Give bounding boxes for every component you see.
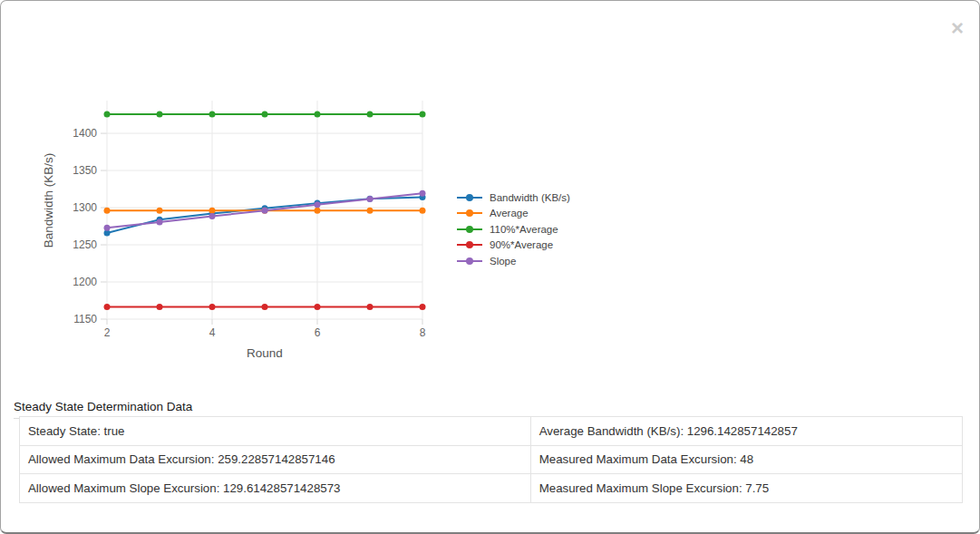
legend-item-110-average[interactable]: 110%*Average xyxy=(457,221,570,238)
table-row: Steady State: true Average Bandwidth (KB… xyxy=(20,417,963,446)
svg-text:1350: 1350 xyxy=(73,164,97,177)
steady-state-table: Steady State: true Average Bandwidth (KB… xyxy=(19,416,963,503)
svg-text:1200: 1200 xyxy=(73,276,97,288)
allowed-data-excursion-cell: Allowed Maximum Data Excursion: 259.2285… xyxy=(20,445,531,474)
svg-text:Bandwidth (KB/s): Bandwidth (KB/s) xyxy=(42,153,55,248)
measured-slope-excursion-cell: Measured Maximum Slope Excursion: 7.75 xyxy=(530,474,962,503)
svg-text:1300: 1300 xyxy=(73,201,97,214)
legend-line-marker xyxy=(457,244,482,246)
chart-legend: Bandwidth (KB/s) Average 110%*Average 90… xyxy=(457,189,570,269)
legend-label: 90%*Average xyxy=(490,239,553,250)
legend-item-90-average[interactable]: 90%*Average xyxy=(457,238,570,254)
svg-text:4: 4 xyxy=(209,326,216,339)
legend-line-marker xyxy=(457,228,482,230)
legend-item-slope[interactable]: Slope xyxy=(457,253,570,269)
legend-line-marker xyxy=(457,197,482,199)
svg-text:1250: 1250 xyxy=(73,238,97,251)
svg-text:2: 2 xyxy=(104,326,111,339)
legend-label: Average xyxy=(490,208,529,218)
legend-line-marker xyxy=(457,212,482,214)
table-row: Allowed Maximum Data Excursion: 259.2285… xyxy=(20,445,963,474)
svg-text:8: 8 xyxy=(420,326,426,339)
legend-label: 110%*Average xyxy=(490,224,558,235)
steady-state-cell: Steady State: true xyxy=(20,417,531,446)
bandwidth-chart: 1150120012501300135014002468RoundBandwid… xyxy=(1,87,636,391)
legend-line-marker xyxy=(457,260,482,262)
steady-state-dialog: × 1150120012501300135014002468RoundBandw… xyxy=(0,0,980,534)
svg-text:1400: 1400 xyxy=(73,127,97,140)
legend-item-bandwidth[interactable]: Bandwidth (KB/s) xyxy=(457,189,570,206)
allowed-slope-excursion-cell: Allowed Maximum Slope Excursion: 129.614… xyxy=(20,474,531,503)
measured-data-excursion-cell: Measured Maximum Data Excursion: 48 xyxy=(530,445,962,474)
legend-item-average[interactable]: Average xyxy=(457,206,570,222)
close-icon[interactable]: × xyxy=(951,17,964,39)
svg-text:Round: Round xyxy=(247,346,283,360)
average-bandwidth-cell: Average Bandwidth (KB/s): 1296.142857142… xyxy=(530,417,962,446)
legend-label: Bandwidth (KB/s) xyxy=(490,192,570,203)
table-row: Allowed Maximum Slope Excursion: 129.614… xyxy=(20,474,963,503)
svg-text:6: 6 xyxy=(315,326,321,339)
legend-label: Slope xyxy=(490,256,516,267)
svg-text:1150: 1150 xyxy=(73,313,97,325)
